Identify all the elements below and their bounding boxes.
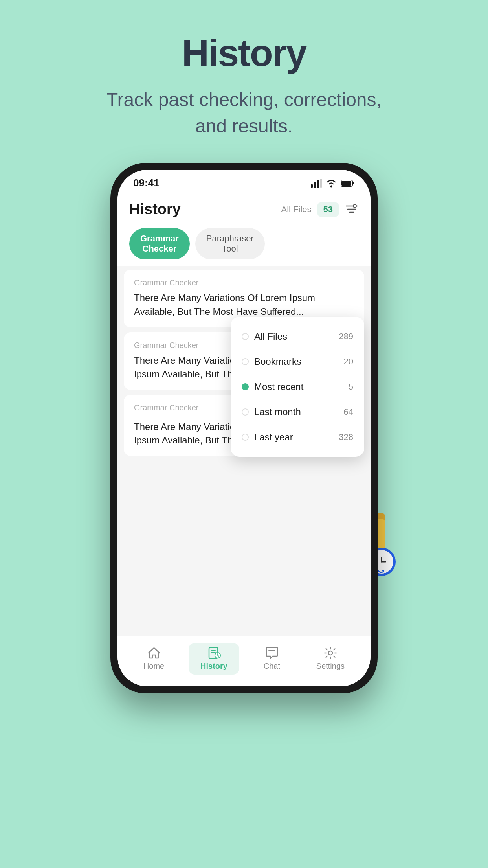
filter-icon xyxy=(345,204,358,215)
home-icon xyxy=(147,647,161,659)
nav-settings-label: Settings xyxy=(316,662,345,671)
settings-icon xyxy=(324,647,337,659)
dropdown-dot xyxy=(242,408,249,416)
nav-home[interactable]: Home xyxy=(132,643,176,675)
dropdown-label: Most recent xyxy=(254,381,303,392)
app-header-title: History xyxy=(129,201,181,218)
wifi-icon xyxy=(326,179,337,188)
dropdown-item-all-files[interactable]: All Files 289 xyxy=(231,324,364,349)
dropdown-item-last-year[interactable]: Last year 328 xyxy=(231,425,364,450)
signal-icon xyxy=(311,179,322,188)
dropdown-count: 328 xyxy=(339,432,353,442)
dropdown-label: Last month xyxy=(254,406,301,417)
dropdown-dot xyxy=(242,434,249,441)
item-category: Grammar Checker xyxy=(134,403,198,412)
tab-grammar-checker[interactable]: GrammarChecker xyxy=(129,228,190,259)
svg-rect-17 xyxy=(341,181,351,186)
nav-home-label: Home xyxy=(143,662,164,671)
nav-history[interactable]: History xyxy=(189,643,239,675)
filter-dropdown: All Files 289 Bookmarks 20 xyxy=(231,317,364,457)
item-text: There Are Many Variations Of Lorem Ipsum… xyxy=(134,291,354,319)
svg-rect-14 xyxy=(320,179,322,188)
dropdown-label: Bookmarks xyxy=(254,356,301,367)
tab-paraphraser-tool[interactable]: ParaphraserTool xyxy=(195,228,265,259)
svg-point-30 xyxy=(328,651,332,655)
app-header: History All Files 53 xyxy=(117,193,371,224)
page-subtitle: Track past checking, corrections,and res… xyxy=(106,86,382,139)
status-time: 09:41 xyxy=(133,177,160,189)
dropdown-item-left: Last month xyxy=(242,406,301,417)
dropdown-item-left: Last year xyxy=(242,432,293,443)
phone-mockup: 09:41 xyxy=(110,163,378,693)
dropdown-item-left: Most recent xyxy=(242,381,303,392)
dropdown-item-left: All Files xyxy=(242,331,287,342)
status-bar: 09:41 xyxy=(117,170,371,193)
svg-rect-18 xyxy=(353,182,354,184)
dropdown-dot xyxy=(242,358,249,365)
dropdown-label: All Files xyxy=(254,331,287,342)
dropdown-item-last-month[interactable]: Last month 64 xyxy=(231,399,364,425)
svg-point-15 xyxy=(330,185,332,187)
dropdown-count: 64 xyxy=(344,407,353,417)
dropdown-item-left: Bookmarks xyxy=(242,356,301,367)
dropdown-count: 289 xyxy=(339,331,353,342)
item-category: Grammar Checker xyxy=(134,278,354,287)
bottom-nav: Home History xyxy=(117,636,371,686)
dropdown-item-bookmarks[interactable]: Bookmarks 20 xyxy=(231,349,364,374)
svg-marker-10 xyxy=(381,570,385,572)
tabs-row: GrammarChecker ParaphraserTool xyxy=(117,224,371,266)
nav-settings[interactable]: Settings xyxy=(305,643,356,675)
svg-rect-12 xyxy=(314,182,316,188)
dropdown-dot xyxy=(242,333,249,340)
dropdown-count: 5 xyxy=(349,382,353,392)
header-right: All Files 53 xyxy=(281,202,359,217)
nav-history-label: History xyxy=(200,662,227,671)
svg-rect-13 xyxy=(317,180,319,188)
phone-frame: 09:41 xyxy=(110,163,378,693)
nav-chat[interactable]: Chat xyxy=(252,643,292,675)
file-count-badge: 53 xyxy=(317,202,339,217)
phone-screen: 09:41 xyxy=(117,170,371,686)
dropdown-count: 20 xyxy=(344,357,353,367)
chat-icon xyxy=(265,647,279,659)
dropdown-dot-active xyxy=(242,383,249,390)
nav-chat-label: Chat xyxy=(264,662,280,671)
status-icons xyxy=(311,179,355,188)
page-title: History xyxy=(182,31,306,75)
history-list: Grammar Checker There Are Many Variation… xyxy=(117,266,371,636)
battery-icon xyxy=(341,179,355,187)
svg-point-22 xyxy=(353,204,356,208)
dropdown-label: Last year xyxy=(254,432,293,443)
all-files-label: All Files xyxy=(281,204,312,215)
dropdown-item-most-recent[interactable]: Most recent 5 xyxy=(231,374,364,399)
filter-button[interactable] xyxy=(345,202,359,217)
history-icon xyxy=(207,647,221,659)
svg-rect-11 xyxy=(311,184,313,188)
